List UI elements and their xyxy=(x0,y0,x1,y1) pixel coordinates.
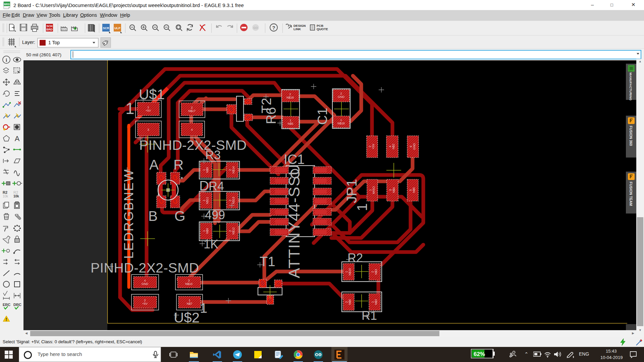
svg-text:1: 1 xyxy=(202,230,206,232)
svg-text:A: A xyxy=(15,134,20,143)
svg-text:2: 2 xyxy=(371,271,374,273)
svg-text:BRD: BRD xyxy=(46,28,52,31)
svg-text:ERC: ERC xyxy=(3,303,10,307)
svg-text:N$10: N$10 xyxy=(348,268,352,276)
svg-text:1K: 1K xyxy=(204,237,218,251)
svg-text:2: 2 xyxy=(191,106,193,109)
svg-text:2: 2 xyxy=(228,230,232,232)
svg-text:A: A xyxy=(149,157,159,173)
svg-text:PINHD-2X2-SMD: PINHD-2X2-SMD xyxy=(139,137,247,153)
svg-text:U$2: U$2 xyxy=(174,310,200,325)
svg-text:N$17: N$17 xyxy=(188,109,196,113)
svg-text:5: 5 xyxy=(409,189,412,191)
svg-text:ULP: ULP xyxy=(114,26,120,30)
svg-text:1: 1 xyxy=(345,271,348,273)
svg-text:2: 2 xyxy=(289,93,291,96)
svg-text:LEDRGBNEW: LEDRGBNEW xyxy=(122,170,136,259)
svg-text:R2: R2 xyxy=(3,190,7,194)
svg-text:10k: 10k xyxy=(13,194,19,198)
svg-text:N$3: N$3 xyxy=(374,299,378,305)
svg-text:4: 4 xyxy=(388,145,392,147)
svg-text:1: 1 xyxy=(147,106,149,109)
svg-text:N$7: N$7 xyxy=(187,302,193,305)
svg-text:N$4: N$4 xyxy=(392,187,395,193)
svg-text:B: B xyxy=(148,208,158,224)
svg-text:N$6: N$6 xyxy=(348,299,352,305)
svg-text:N$10: N$10 xyxy=(185,282,193,286)
svg-text:R1: R1 xyxy=(362,309,377,322)
svg-text:N$18: N$18 xyxy=(337,122,345,125)
svg-text:N$5: N$5 xyxy=(412,187,416,193)
svg-text:GND: GND xyxy=(142,282,149,286)
svg-text:N$9: N$9 xyxy=(206,167,209,173)
svg-text:BRD: BRD xyxy=(4,3,10,6)
svg-text:1: 1 xyxy=(189,299,190,302)
svg-text:1: 1 xyxy=(200,301,207,315)
svg-text:R: R xyxy=(173,157,183,173)
svg-text:2: 2 xyxy=(228,169,232,171)
svg-text:1 Top: 1 Top xyxy=(48,40,60,45)
svg-text:D: D xyxy=(199,178,209,193)
svg-text:G: G xyxy=(174,208,185,224)
svg-text:4: 4 xyxy=(191,128,193,131)
svg-text:3: 3 xyxy=(389,189,392,191)
svg-text:4: 4 xyxy=(144,279,146,282)
svg-text:U$1: U$1 xyxy=(139,86,165,102)
svg-text:1: 1 xyxy=(369,189,372,191)
svg-text:R3: R3 xyxy=(205,148,221,162)
svg-text:LINK: LINK xyxy=(293,27,301,31)
svg-text:10k: 10k xyxy=(3,194,8,198)
svg-text:GND: GND xyxy=(413,143,416,150)
svg-text:1: 1 xyxy=(371,301,374,303)
svg-text:62%: 62% xyxy=(474,351,485,357)
svg-text:GO: GO xyxy=(253,26,258,29)
svg-text:1: 1 xyxy=(125,100,135,117)
svg-text:1: 1 xyxy=(340,118,342,122)
svg-text:N$18: N$18 xyxy=(286,96,294,99)
svg-text:N$14: N$14 xyxy=(232,166,235,174)
svg-text:ATTINY44-SSU: ATTINY44-SSU xyxy=(285,164,303,278)
svg-text:R2: R2 xyxy=(13,190,18,194)
svg-text:PINHD-2X2-SMD: PINHD-2X2-SMD xyxy=(91,260,199,276)
svg-text:N$12: N$12 xyxy=(232,227,235,235)
svg-text:+5V: +5V xyxy=(372,144,375,149)
svg-text:N$13: N$13 xyxy=(232,197,235,204)
svg-text:N$3: N$3 xyxy=(374,269,378,275)
svg-text:+5V: +5V xyxy=(142,302,148,305)
svg-text:2: 2 xyxy=(345,301,348,303)
svg-text:DRC: DRC xyxy=(13,303,21,307)
svg-text:JP1: JP1 xyxy=(344,179,360,203)
svg-text:i: i xyxy=(6,57,7,63)
svg-text:+5V: +5V xyxy=(146,109,151,112)
svg-text:6: 6 xyxy=(409,145,413,147)
svg-text:N$5: N$5 xyxy=(288,122,293,125)
svg-text:3: 3 xyxy=(188,279,190,282)
svg-text:R6: R6 xyxy=(264,107,278,124)
svg-text:2: 2 xyxy=(144,299,146,302)
svg-text:2: 2 xyxy=(228,199,232,201)
svg-text:C1: C1 xyxy=(315,108,330,125)
svg-text:QUOTE: QUOTE xyxy=(317,27,328,31)
svg-text:SCR: SCR xyxy=(103,26,109,30)
svg-text:R4: R4 xyxy=(209,179,224,193)
svg-text:2: 2 xyxy=(368,145,372,147)
svg-text:1: 1 xyxy=(289,119,291,122)
svg-text:1: 1 xyxy=(354,203,370,211)
svg-text:Layer:: Layer: xyxy=(22,40,35,45)
svg-text:2: 2 xyxy=(340,92,342,95)
svg-text:MISO: MISO xyxy=(372,186,375,194)
svg-text:N$9: N$9 xyxy=(206,228,209,234)
svg-text:?: ? xyxy=(272,25,275,31)
svg-text:T1: T1 xyxy=(260,254,275,269)
svg-text:N$11: N$11 xyxy=(206,197,209,204)
svg-text:N$2: N$2 xyxy=(392,144,395,149)
svg-text:1: 1 xyxy=(202,199,206,201)
svg-text:SCH: SCH xyxy=(47,24,53,28)
svg-text:R2: R2 xyxy=(347,251,363,265)
svg-text:GND: GND xyxy=(338,95,345,99)
svg-text:3: 3 xyxy=(147,128,149,131)
svg-text:499: 499 xyxy=(205,208,225,222)
svg-text:1: 1 xyxy=(202,169,206,171)
